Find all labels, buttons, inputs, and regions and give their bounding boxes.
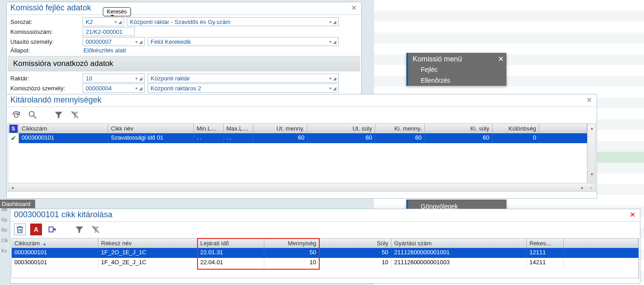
pick-row-selected[interactable]: 0003000101 1F_2O_1E_J_1C 22.01.31 50 50 … xyxy=(12,248,639,258)
col-cikkszam[interactable]: Cikkszám▲ xyxy=(12,238,98,248)
col-spacer xyxy=(539,124,587,133)
qty-row-empty xyxy=(8,163,587,173)
label-warehouse: Raktár: xyxy=(10,75,83,82)
pick-panel-titlebar: 0003000101 cikk kitárolása ✕ xyxy=(10,209,640,222)
label-comnumber: Komisssiószám: xyxy=(10,28,83,35)
col-minl[interactable]: Min.L… xyxy=(194,124,224,133)
combo-warehouse-code[interactable]: 10 ▾◢ xyxy=(83,74,145,83)
left-tab[interactable]: stb xyxy=(0,204,10,215)
col-gyartasi[interactable]: Gyártási szám xyxy=(391,238,527,248)
col-mennyiseg[interactable]: Mennyiség xyxy=(264,238,319,248)
export-icon[interactable] xyxy=(46,224,58,235)
context-menu-title-text: Komissió menü xyxy=(413,55,462,63)
label-series: Sorozat: xyxy=(10,19,83,25)
col-spacer xyxy=(564,238,639,248)
cell-rek: 14211 xyxy=(527,258,564,268)
combo-series-code[interactable]: K2 ▾◢ xyxy=(83,17,124,26)
scroll-up-icon[interactable]: ▴ xyxy=(588,124,596,132)
col-maxl[interactable]: Max.L… xyxy=(224,124,253,133)
pick-row-empty xyxy=(12,268,639,278)
label-picker: Komisziózó személy: xyxy=(10,85,83,92)
pick-panel-title: 0003000101 cikk kitárolása xyxy=(14,210,112,220)
combo-instructor-name[interactable]: Felül Kerekedik ▾◢ xyxy=(147,37,339,46)
col-kulonbseg[interactable]: Különbség xyxy=(492,124,539,133)
context-menu-title: Komissió menü ✕ xyxy=(408,53,506,64)
filter-clear-icon[interactable] xyxy=(69,109,81,121)
qty-grid-body: ✔ 0003000101 Szavatossági idő 01 . . . .… xyxy=(8,133,587,183)
col-suly[interactable]: Súly xyxy=(319,238,391,248)
col-status[interactable]: S xyxy=(8,124,19,133)
header-panel: Komissió fejléc adatok ✕ Sorozat: K2 ▾◢ … xyxy=(6,2,362,95)
left-tab[interactable]: Cik xyxy=(0,235,10,246)
qty-hscroll[interactable]: ◂ ▸ ✔ xyxy=(8,183,595,191)
row-comnumber: Komisssiószám: 21/K2-000001 xyxy=(7,27,361,37)
cell-item: 0003000101 xyxy=(19,133,108,143)
tooltip-search: Keresés xyxy=(103,7,131,16)
scroll-left-icon[interactable]: ◂ xyxy=(8,183,16,192)
letter-a-icon[interactable]: A xyxy=(30,224,42,235)
svg-line-1 xyxy=(34,116,37,119)
qty-panel: Kitárolandó mennyiségek ✕ S Cikkszám Cik… xyxy=(6,94,597,199)
col-utsuly[interactable]: Ut. súly xyxy=(308,124,375,133)
qty-panel-titlebar: Kitárolandó mennyiségek ✕ xyxy=(7,94,597,107)
svg-point-0 xyxy=(29,112,34,117)
col-rekes[interactable]: Rekes... xyxy=(527,238,564,248)
filter-clear-icon[interactable] xyxy=(90,224,101,235)
context-item-check[interactable]: Ellenőrzés xyxy=(408,75,506,86)
left-tab[interactable]: Gy xyxy=(0,215,10,225)
delete-icon[interactable] xyxy=(14,224,26,235)
confirm-check-icon[interactable]: ✔ xyxy=(587,183,595,192)
left-tab[interactable]: Ró xyxy=(0,225,10,235)
combo-picker-name[interactable]: Központi raktáros 2 ▾◢ xyxy=(147,84,339,93)
cell-bin: 1F_4O_2E_J_1C xyxy=(98,258,198,268)
col-utmenny[interactable]: Ut. menny. xyxy=(253,124,308,133)
cell-spacer xyxy=(564,258,639,268)
close-icon[interactable]: ✕ xyxy=(349,4,359,12)
cell-max: . . xyxy=(224,133,253,143)
col-cikkszam[interactable]: Cikkszám xyxy=(19,124,108,133)
combo-instructor-code[interactable]: 00000007 ▾◢ xyxy=(83,37,145,46)
col-kisuly[interactable]: Ki. súly xyxy=(425,124,492,133)
input-comnumber[interactable]: 21/K2-000001 xyxy=(83,27,135,36)
left-tab[interactable]: Ko xyxy=(0,246,10,256)
close-icon[interactable]: ✕ xyxy=(628,210,637,219)
col-cikknev[interactable]: Cikk név xyxy=(108,124,194,133)
combo-picker-name-value: Központi raktáros 2 xyxy=(151,85,201,92)
combo-series-code-value: K2 xyxy=(86,19,93,25)
qty-grid: S Cikkszám Cikk név Min.L… Max.L… Ut. me… xyxy=(8,123,596,192)
search-icon[interactable] xyxy=(27,109,38,121)
pick-grid-body: 0003000101 1F_2O_1E_J_1C 22.01.31 50 50 … xyxy=(12,248,639,278)
pick-panel: 0003000101 cikk kitárolása ✕ A Cikkszám▲… xyxy=(10,209,640,284)
cell-diff: 0 xyxy=(492,133,539,143)
context-menu-komissio: Komissió menü ✕ Fejléc Ellenőrzés xyxy=(406,53,506,86)
combo-warehouse-name-value: Központi raktár xyxy=(151,75,190,82)
filter-icon[interactable] xyxy=(53,109,64,121)
row-warehouse: Raktár: 10 ▾◢ Központi raktár ▾◢ xyxy=(7,73,361,83)
row-picker: Komisziózó személy: 00000004 ▾◢ Központi… xyxy=(7,83,361,93)
close-icon[interactable]: ✕ xyxy=(584,96,594,104)
qty-row-empty xyxy=(8,173,587,183)
col-rekesznev[interactable]: Rekesz név xyxy=(98,238,198,248)
close-icon[interactable]: ✕ xyxy=(498,55,504,63)
qty-row-empty xyxy=(8,143,587,153)
combo-warehouse-name[interactable]: Központi raktár ▾◢ xyxy=(147,74,339,83)
scroll-down-icon[interactable]: ▾ xyxy=(588,170,596,178)
context-item-header[interactable]: Fejléc xyxy=(408,64,506,75)
cell-batch: 21112600000001001 xyxy=(391,248,527,258)
cell-kis: 60 xyxy=(425,133,492,143)
refresh-icon[interactable] xyxy=(10,109,22,121)
pick-row[interactable]: 0003000101 1F_4O_2E_J_1C 22.04.01 10 10 … xyxy=(12,258,639,268)
cell-min: . . xyxy=(194,133,224,143)
combo-series-desc[interactable]: Központi raktár - Szavidős és Gy.szám ▾◢ xyxy=(127,17,339,26)
row-state: Állapot: Előkészítés alatt xyxy=(7,47,361,54)
cell-batch: 21112600000001003 xyxy=(391,258,527,268)
qty-vscroll[interactable]: ▴ ▾ xyxy=(587,124,595,183)
qty-row-selected[interactable]: ✔ 0003000101 Szavatossági idő 01 . . . .… xyxy=(8,133,587,143)
col-lejarati[interactable]: Lejárati idő xyxy=(198,238,264,248)
filter-icon[interactable] xyxy=(74,224,85,235)
combo-picker-code[interactable]: 00000004 ▾◢ xyxy=(83,84,145,93)
col-kimenny[interactable]: Ki. menny. xyxy=(375,124,425,133)
cell-name: Szavatossági idő 01 xyxy=(108,133,194,143)
scroll-right-icon[interactable]: ▸ xyxy=(578,183,586,192)
value-state: Előkészítés alatt xyxy=(83,47,126,54)
